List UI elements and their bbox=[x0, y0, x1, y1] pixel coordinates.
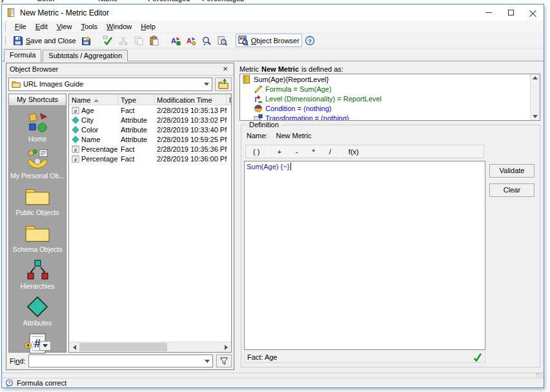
object-modification-time: 2/28/2019 10:35:13 PM bbox=[154, 107, 227, 114]
sidebar-item-hierarchies[interactable]: Hierarchies bbox=[9, 259, 66, 290]
menu-bar: FileEditViewToolsWindowHelp bbox=[2, 21, 544, 33]
sidebar-item-home[interactable]: Home bbox=[9, 112, 66, 143]
formula-editor[interactable]: Sum(Age) {~} bbox=[244, 161, 485, 350]
column-header-type[interactable]: Type bbox=[118, 94, 154, 105]
tab-strip: FormulaSubtotals / Aggregation bbox=[2, 48, 544, 61]
horizontal-scrollbar[interactable] bbox=[69, 342, 231, 352]
menu-file[interactable]: File bbox=[10, 21, 31, 32]
find-label: Find: bbox=[10, 357, 25, 365]
vertical-scrollbar[interactable] bbox=[530, 74, 540, 120]
operator-button-f(x)[interactable]: f(x) bbox=[341, 147, 366, 156]
home-icon bbox=[25, 112, 50, 134]
svg-text:A: A bbox=[171, 37, 176, 45]
tab-subtotals-aggregation[interactable]: Subtotals / Aggregation bbox=[43, 50, 128, 61]
insert-operator-button[interactable]: A bbox=[183, 34, 199, 47]
object-browser-button[interactable]: Object Browser bbox=[236, 34, 302, 47]
sidebar-item-schema-objects[interactable]: Schema Objects bbox=[9, 222, 66, 253]
tree-node[interactable]: Level (Dimensionality) = ReportLevel bbox=[240, 94, 540, 103]
object-row-city[interactable]: CityAttribute2/28/2019 10:33:02 PM bbox=[69, 115, 231, 125]
transformations-icon[interactable] bbox=[24, 339, 36, 351]
resize-grip[interactable] bbox=[536, 373, 543, 377]
column-header-name[interactable]: Name bbox=[69, 94, 118, 105]
arrow-down-icon bbox=[43, 344, 48, 347]
tree-node[interactable]: Transformation = (nothing) bbox=[240, 113, 540, 121]
shortcuts-scroll-down-button[interactable] bbox=[39, 341, 51, 351]
personal-objects-icon bbox=[25, 149, 50, 170]
operator-button-*[interactable]: * bbox=[305, 147, 322, 156]
object-row-age[interactable]: #AgeFact2/28/2019 10:35:13 PM bbox=[69, 105, 231, 115]
tree-node[interactable]: Condition = (nothing) bbox=[240, 103, 540, 113]
object-type: Attribute bbox=[118, 116, 154, 124]
zoom-reset-button[interactable] bbox=[199, 34, 214, 47]
folder-up-button[interactable] bbox=[215, 77, 232, 91]
clear-button[interactable]: Clear bbox=[489, 183, 535, 197]
validate-button[interactable]: Validate bbox=[489, 164, 535, 178]
scroll-right-button[interactable] bbox=[221, 342, 231, 352]
insert-function-button[interactable]: A bbox=[168, 34, 183, 47]
operator-button-+[interactable]: + bbox=[270, 147, 288, 156]
operator-button--[interactable]: - bbox=[289, 147, 305, 156]
background-partial-text: Name bbox=[98, 0, 117, 3]
help-button[interactable]: ? bbox=[302, 34, 318, 47]
object-row-percentage2[interactable]: #Percentage2Fact2/28/2019 10:36:00 PM bbox=[69, 154, 231, 163]
sidebar-item-my-personal-ob-[interactable]: My Personal Ob... bbox=[9, 149, 66, 180]
filter-button[interactable] bbox=[216, 355, 232, 367]
object-row-color[interactable]: ColorAttribute2/28/2019 10:33:40 PM bbox=[69, 125, 231, 134]
menu-view[interactable]: View bbox=[52, 21, 77, 32]
metric-suffix: is defined as: bbox=[301, 65, 343, 73]
preview-button[interactable] bbox=[214, 34, 230, 47]
folder-up-icon bbox=[218, 79, 229, 89]
title-bar: New Metric - Metric Editor bbox=[2, 5, 544, 21]
menu-tools[interactable]: Tools bbox=[76, 21, 102, 32]
tree-node[interactable]: Sum(Age){ReportLevel} bbox=[240, 74, 540, 84]
arrow-right-icon bbox=[225, 345, 228, 350]
column-header-de[interactable]: De bbox=[227, 94, 231, 105]
operator-button-/[interactable]: / bbox=[322, 147, 338, 156]
paste-button[interactable] bbox=[147, 34, 162, 47]
fact-icon: # bbox=[72, 155, 79, 163]
shortcuts-sidebar: My Shortcuts HomeMy Personal Ob...Public… bbox=[8, 94, 66, 353]
fact-icon: # bbox=[72, 107, 79, 114]
object-name: Percentage2 bbox=[81, 155, 118, 163]
folder-dropdown[interactable]: URL Images Guide bbox=[8, 77, 212, 91]
check-icon bbox=[473, 352, 482, 362]
object-browser-close-button[interactable]: × bbox=[220, 65, 230, 74]
tree-node[interactable]: Formula = Sum(Age) bbox=[240, 84, 540, 94]
toolbar-separator bbox=[232, 35, 233, 46]
close-button[interactable] bbox=[522, 5, 544, 21]
folder-dropdown-value: URL Images Guide bbox=[23, 80, 201, 88]
save-as-button[interactable] bbox=[79, 34, 94, 47]
validate-button[interactable] bbox=[100, 34, 116, 47]
svg-text:?: ? bbox=[308, 37, 312, 44]
object-modification-time: 2/28/2019 10:35:36 PM bbox=[154, 145, 227, 153]
operator-toolbar: ( )+-*/f(x) bbox=[245, 145, 484, 158]
menu-edit[interactable]: Edit bbox=[31, 21, 52, 32]
minimize-button[interactable] bbox=[478, 5, 500, 21]
save-button[interactable]: Save and Close bbox=[10, 34, 79, 47]
name-label: Name: bbox=[247, 132, 267, 139]
window-title: New Metric - Metric Editor bbox=[20, 8, 478, 17]
find-input[interactable] bbox=[28, 355, 213, 367]
my-shortcuts-header[interactable]: My Shortcuts bbox=[9, 94, 66, 106]
object-modification-time: 2/28/2019 10:59:25 PM bbox=[154, 136, 227, 143]
arrow-up-icon bbox=[533, 76, 538, 79]
tree-node-label: Formula = Sum(Age) bbox=[265, 85, 331, 93]
operator-button-()[interactable]: ( ) bbox=[246, 147, 267, 156]
scroll-left-button[interactable] bbox=[69, 342, 79, 352]
sidebar-item-public-objects[interactable]: Public Objects bbox=[9, 185, 66, 216]
menu-help[interactable]: Help bbox=[136, 21, 160, 32]
object-row-name[interactable]: NameAttribute2/28/2019 10:59:25 PM bbox=[69, 134, 231, 144]
background-partial-text: Percentage1 bbox=[148, 0, 190, 3]
arrow-down-icon bbox=[533, 115, 538, 118]
object-row-percentage1[interactable]: #Percentage1Fact2/28/2019 10:35:36 PM bbox=[69, 144, 231, 154]
operator-separator bbox=[340, 147, 340, 156]
scrollbar-thumb[interactable] bbox=[79, 343, 167, 351]
object-modification-time: 2/28/2019 10:36:00 PM bbox=[154, 155, 227, 163]
funnel-icon bbox=[219, 356, 229, 366]
status-help-icon: ? bbox=[5, 379, 14, 387]
maximize-button[interactable] bbox=[500, 5, 522, 21]
sidebar-item-attributes[interactable]: Attributes bbox=[9, 296, 66, 327]
column-header-modification-time[interactable]: Modification Time bbox=[154, 94, 227, 105]
tab-formula[interactable]: Formula bbox=[4, 49, 41, 62]
menu-window[interactable]: Window bbox=[102, 21, 136, 32]
